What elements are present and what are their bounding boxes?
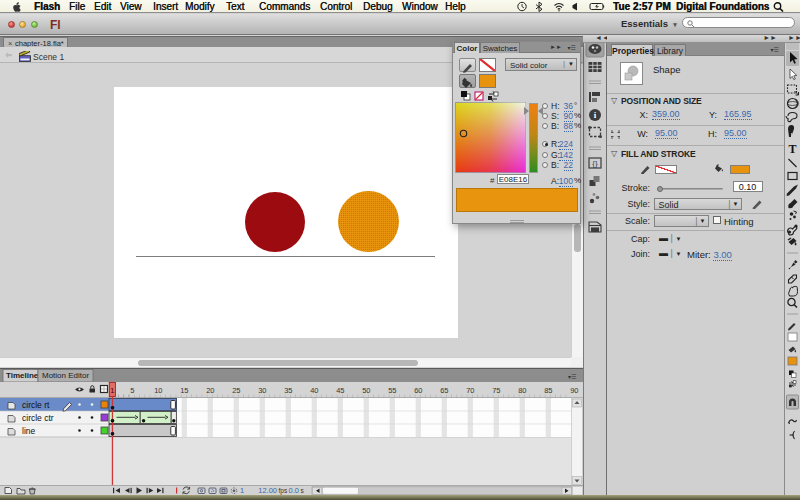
svg-text:Motion Editor: Motion Editor [42,371,89,380]
svg-text:circle ctr: circle ctr [22,413,54,423]
svg-text:circle rt: circle rt [22,400,50,410]
svg-text:Timeline: Timeline [6,371,39,380]
svg-text:45: 45 [336,386,344,395]
svg-text:15: 15 [180,386,188,395]
svg-text:line: line [22,426,36,436]
svg-text:40: 40 [310,386,318,395]
svg-text:5: 5 [130,386,134,395]
svg-text:10: 10 [154,386,162,395]
svg-text:35: 35 [284,386,292,395]
svg-text:T: T [788,142,796,156]
svg-text:50: 50 [362,386,370,395]
svg-text:85: 85 [544,386,552,395]
svg-text:0.0: 0.0 [289,486,299,495]
svg-text:30: 30 [258,386,266,395]
svg-text:fps: fps [279,487,288,495]
svg-text:12.00: 12.00 [258,486,277,495]
svg-text:{}: {} [592,159,598,168]
svg-text:▾☰: ▾☰ [568,374,576,380]
svg-text:25: 25 [232,386,240,395]
svg-text:70: 70 [466,386,474,395]
svg-text:1: 1 [110,386,114,395]
svg-text:90: 90 [570,386,578,395]
svg-text:80: 80 [518,386,526,395]
svg-text:55: 55 [388,386,396,395]
svg-text:75: 75 [492,386,500,395]
svg-text:20: 20 [206,386,214,395]
svg-text:60: 60 [414,386,422,395]
svg-text:1: 1 [240,486,244,495]
svg-text:65: 65 [440,386,448,395]
